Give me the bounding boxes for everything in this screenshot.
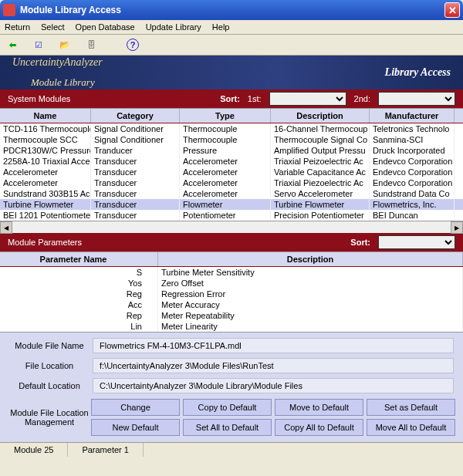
cell: Thermocouple — [180, 123, 271, 134]
cell: Accelerometer — [0, 177, 91, 188]
pcol-name[interactable]: Parameter Name — [0, 252, 158, 266]
cell: Teletronics Technolo — [370, 123, 455, 134]
window-title: Module Library Access — [20, 5, 121, 15]
modules-hscroll[interactable]: ◀ ▶ — [0, 221, 463, 233]
banner-title-1: UncertaintyAnalyzer — [12, 56, 103, 69]
statusbar: Module 25 Parameter 1 — [0, 442, 463, 457]
file-location-value: f:\UncertaintyAnalyzer 3\Module Files\Ru… — [93, 358, 454, 373]
table-row[interactable]: BEI 1201 PotentiometerTransducerPotentio… — [0, 210, 463, 221]
open-folder-icon[interactable]: 📂 — [57, 37, 73, 52]
col-type[interactable]: Type — [180, 109, 271, 123]
status-parameter: Parameter 1 — [68, 443, 144, 457]
cell: Druck Incorporated — [370, 145, 455, 156]
cell: 16-Channel Thermocoup — [271, 123, 370, 134]
banner-right: Library Access — [385, 66, 451, 79]
scroll-left-icon[interactable]: ◀ — [0, 221, 12, 234]
list-item[interactable]: STurbine Meter Sensitivity — [0, 267, 463, 278]
cell: Variable Capacitance Ac — [271, 167, 370, 177]
copy-to-default-button[interactable]: Copy to Default — [183, 399, 272, 416]
help-icon[interactable]: ? — [127, 39, 139, 51]
back-icon[interactable]: ⬅ — [5, 37, 20, 52]
menu-help[interactable]: Help — [212, 22, 230, 32]
table-row[interactable]: AccelerometerTransducerAccelerometerVari… — [0, 167, 463, 177]
menu-select[interactable]: Select — [41, 22, 65, 32]
table-row[interactable]: Sundstrand 303B15 AccTransducerAccelerom… — [0, 188, 463, 199]
module-parameters-title: Module Parameters — [8, 238, 82, 247]
cell: Flowmetrics, Inc. — [370, 199, 455, 210]
cell: Transducer — [91, 210, 180, 221]
cell: Accelerometer — [180, 167, 271, 177]
list-item[interactable]: RegRegression Error — [0, 289, 463, 299]
param-desc: Meter Repeatability — [158, 310, 463, 321]
cell: Flowmeter — [180, 199, 271, 210]
list-item[interactable]: LinMeter Linearity — [0, 321, 463, 332]
param-sort-select[interactable] — [378, 235, 455, 249]
list-item[interactable]: AccMeter Accuracy — [0, 299, 463, 310]
set-all-to-default-button[interactable]: Set All to Default — [183, 419, 272, 436]
cell: Servo Accelerometer — [271, 188, 370, 199]
cell: Signal Conditioner — [91, 123, 180, 134]
move-to-default-button[interactable]: Move to Default — [275, 399, 363, 416]
list-item[interactable]: YosZero Offset — [0, 278, 463, 289]
check-icon[interactable]: ☑ — [31, 37, 46, 52]
cell: Turbine Flowmeter — [0, 199, 91, 210]
close-button[interactable]: ✕ — [444, 2, 460, 18]
table-row[interactable]: TCD-116 Thermocouple SSignal Conditioner… — [0, 123, 463, 134]
mgmt-label: Module File Location Management — [8, 408, 91, 427]
move-all-to-default-button[interactable]: Move All to Default — [367, 419, 455, 436]
status-module: Module 25 — [0, 443, 68, 457]
menu-return[interactable]: Return — [5, 22, 30, 32]
menu-update-library[interactable]: Update Library — [146, 22, 201, 32]
table-row[interactable]: PDCR130W/C PressureTranducerPressureAmpl… — [0, 145, 463, 156]
list-item[interactable]: RepMeter Repeatability — [0, 310, 463, 321]
col-category[interactable]: Category — [91, 109, 180, 123]
menu-open-database[interactable]: Open Database — [76, 22, 135, 32]
cell: Accelerometer — [180, 156, 271, 167]
cell: Endevco Corporation — [370, 177, 455, 188]
system-modules-title: System Modules — [8, 94, 70, 103]
param-desc: Turbine Meter Sensitivity — [158, 267, 463, 278]
sort-first-select[interactable] — [269, 92, 346, 106]
sort-label: Sort: — [220, 94, 240, 103]
params-table[interactable]: STurbine Meter SensitivityYosZero Offset… — [0, 267, 463, 332]
scroll-track[interactable] — [12, 221, 451, 233]
table-row[interactable]: AccelerometerTransducerAccelerometerTria… — [0, 177, 463, 188]
param-name: Acc — [0, 299, 158, 310]
cell: Sanmina-SCI — [370, 134, 455, 145]
cell: BEI Duncan — [370, 210, 455, 221]
cell: Amplified Output Pressu — [271, 145, 370, 156]
col-name[interactable]: Name — [0, 109, 91, 123]
cell: Sundstrand 303B15 Acc — [0, 188, 91, 199]
database-icon[interactable]: 🗄 — [83, 37, 99, 52]
toolbar: ⬅ ☑ 📂 🗄 ? — [0, 35, 463, 56]
cell: Precision Potentiometer — [271, 210, 370, 221]
cell: Accelerometer — [0, 167, 91, 177]
cell: Endevco Corporation — [370, 156, 455, 167]
app-icon — [3, 4, 15, 16]
col-description[interactable]: Description — [271, 109, 370, 123]
modules-table[interactable]: TCD-116 Thermocouple SSignal Conditioner… — [0, 123, 463, 221]
cell: Accelerometer — [180, 177, 271, 188]
new-default-button[interactable]: New Default — [91, 419, 180, 436]
module-parameters-header: Module Parameters Sort: — [0, 233, 463, 252]
cell: Pressure — [180, 145, 271, 156]
cell: Transducer — [91, 199, 180, 210]
table-row[interactable]: 2258A-10 Triaxial AccelTransducerAcceler… — [0, 156, 463, 167]
col-manufacturer[interactable]: Manufacturer — [370, 109, 455, 123]
copy-all-to-default-button[interactable]: Copy All to Default — [275, 419, 363, 436]
table-row[interactable]: Thermocouple SCCSignal ConditionerThermo… — [0, 134, 463, 145]
cell: Thermocouple SCC — [0, 134, 91, 145]
change-button[interactable]: Change — [91, 399, 180, 416]
cell: Tranducer — [91, 145, 180, 156]
param-desc: Meter Accuracy — [158, 299, 463, 310]
pcol-desc[interactable]: Description — [158, 252, 463, 266]
set-as-default-button[interactable]: Set as Default — [367, 399, 455, 416]
banner-title-2: Module Library — [31, 76, 103, 89]
cell: Transducer — [91, 167, 180, 177]
scroll-right-icon[interactable]: ▶ — [451, 221, 463, 234]
file-name-label: Module File Name — [8, 341, 91, 350]
table-row[interactable]: Turbine FlowmeterTransducerFlowmeterTurb… — [0, 199, 463, 210]
cell: BEI 1201 Potentiometer — [0, 210, 91, 221]
default-location-value: C:\UncertaintyAnalyzer 3\Module Library\… — [93, 378, 454, 393]
sort-second-select[interactable] — [378, 92, 455, 106]
